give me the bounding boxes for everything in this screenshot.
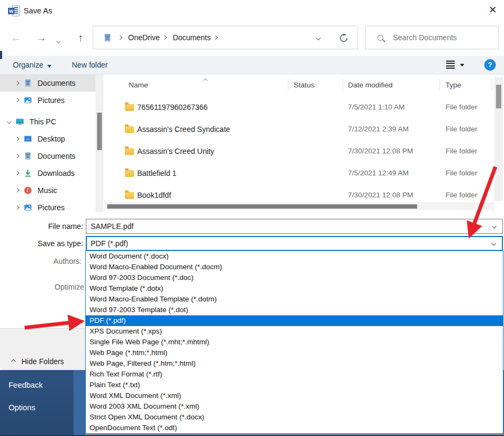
file-type-option[interactable]: Word XML Document (*.xml) [86, 390, 503, 401]
window-title: Save As [24, 0, 52, 21]
file-type-option[interactable]: Word 2003 XML Document (*.xml) [86, 401, 503, 412]
close-icon[interactable]: × [485, 2, 501, 18]
file-list-horizontal-scrollbar-thumb[interactable] [107, 204, 417, 209]
back-button[interactable]: ← [8, 26, 24, 49]
file-type: File folder [446, 125, 477, 133]
recent-locations-chevron-icon[interactable] [57, 35, 60, 45]
file-type-option[interactable]: Word Document (*.docx) [86, 251, 503, 262]
file-date-modified: 7/5/2021 1:10 AM [348, 103, 405, 111]
breadcrumb-separator-icon [118, 35, 122, 40]
file-type-option[interactable]: Web Page (*.htm;*.html) [86, 348, 503, 358]
file-type-option[interactable]: Rich Text Format (*.rtf) [86, 369, 503, 380]
search-input[interactable] [393, 33, 484, 42]
breadcrumb[interactable]: OneDrive Documents [93, 26, 358, 49]
documents-icon [24, 79, 33, 88]
downloads-icon [24, 169, 33, 178]
save-as-type-dropdown-chevron-icon[interactable] [492, 241, 496, 246]
expand-chevron-icon[interactable] [15, 98, 19, 102]
column-header-name[interactable]: Name [129, 81, 148, 89]
sidebar-item-downloads[interactable]: Downloads [0, 165, 95, 182]
expand-chevron-icon[interactable] [15, 81, 19, 85]
file-name: Assassin's Creed Unity [137, 147, 214, 156]
sidebar-item-label: Documents [38, 79, 76, 87]
breadcrumb-item-documents[interactable]: Documents [169, 33, 214, 42]
sidebar-item-music[interactable]: ♪ Music [0, 182, 95, 199]
svg-text:W: W [9, 9, 14, 14]
help-button[interactable]: ? [484, 59, 496, 71]
expand-chevron-icon[interactable] [15, 154, 19, 158]
file-type: File folder [446, 191, 477, 199]
music-icon: ♪ [24, 186, 33, 195]
file-list-horizontal-scrollbar[interactable] [105, 202, 494, 210]
file-type-option[interactable]: Plain Text (*.txt) [86, 380, 503, 390]
forward-button[interactable]: → [33, 26, 49, 49]
file-date-modified: 7/30/2021 12:08 PM [348, 191, 413, 199]
sidebar-item-documents[interactable]: Documents [0, 147, 95, 165]
file-list-vertical-scrollbar[interactable] [494, 77, 503, 201]
backstage-options[interactable]: Options [9, 403, 35, 412]
search-box[interactable] [365, 26, 499, 49]
sidebar-item-this-pc[interactable]: This PC [0, 113, 95, 130]
backstage-feedback[interactable]: Feedback [9, 381, 43, 389]
file-type-option[interactable]: Word 97-2003 Template (*.dot) [86, 305, 503, 315]
file-date-modified: 7/12/2021 2:39 AM [348, 125, 409, 133]
file-type: File folder [446, 147, 477, 155]
file-type-option[interactable]: Strict Open XML Document (*.docx) [86, 412, 503, 423]
documents-icon [24, 152, 33, 161]
file-row[interactable]: Battlefield 1 7/5/2021 12:49 AM File fol… [105, 162, 494, 184]
column-header-type[interactable]: Type [446, 81, 461, 89]
file-name: Battlefield 1 [137, 169, 176, 178]
file-name-combobox[interactable] [86, 219, 503, 234]
location-icon [103, 33, 112, 42]
expand-chevron-icon[interactable] [15, 137, 19, 141]
sidebar-item-pictures[interactable]: Pictures [0, 199, 95, 212]
desktop-icon [24, 135, 33, 144]
view-mode-icon[interactable] [446, 61, 455, 70]
column-divider[interactable] [439, 79, 440, 91]
sidebar-item-desktop[interactable]: Desktop [0, 130, 95, 147]
column-divider[interactable] [343, 79, 343, 91]
column-header-date-modified[interactable]: Date modified [348, 81, 392, 89]
file-row[interactable]: Assassin's Creed Syndicate 7/12/2021 2:3… [105, 119, 494, 141]
save-as-type-combobox[interactable]: PDF (*.pdf) [86, 236, 503, 251]
file-list-vertical-scrollbar-thumb[interactable] [496, 85, 501, 108]
breadcrumb-item-onedrive[interactable]: OneDrive [125, 33, 163, 42]
expand-chevron-icon[interactable] [7, 120, 11, 124]
sidebar-item-documents[interactable]: Documents [0, 75, 95, 92]
sidebar-scrollbar-thumb[interactable] [97, 113, 102, 150]
file-type-option[interactable]: Web Page, Filtered (*.htm;*.html) [86, 358, 503, 369]
file-type-option-selected[interactable]: PDF (*.pdf) [86, 315, 503, 326]
sidebar-item-label: Desktop [38, 135, 65, 143]
column-header-status[interactable]: Status [294, 81, 314, 89]
hide-folders-button[interactable]: Hide Folders [21, 357, 64, 366]
up-button[interactable]: ↑ [72, 26, 88, 49]
refresh-icon[interactable] [339, 33, 349, 45]
file-type: File folder [446, 169, 477, 177]
expand-chevron-icon[interactable] [15, 171, 19, 175]
file-type-option[interactable]: Word Macro-Enabled Template (*.dotm) [86, 294, 503, 305]
sidebar-item-label: Downloads [38, 169, 75, 178]
file-type-option[interactable]: Word Template (*.dotx) [86, 283, 503, 294]
sidebar-scrollbar[interactable] [95, 75, 103, 212]
address-dropdown-chevron-icon[interactable] [316, 36, 321, 40]
file-type-option[interactable]: XPS Document (*.xps) [86, 326, 503, 337]
organize-button[interactable]: Organize [13, 56, 51, 75]
folder-icon [125, 170, 134, 177]
expand-chevron-icon[interactable] [15, 205, 19, 210]
sidebar-item-pictures[interactable]: Pictures [0, 92, 95, 109]
column-divider[interactable] [492, 79, 492, 91]
column-divider[interactable] [288, 79, 288, 91]
file-type-option[interactable]: Word Macro-Enabled Document (*.docm) [86, 262, 503, 272]
file-name-dropdown-chevron-icon[interactable] [492, 224, 496, 228]
file-type-option[interactable]: Single File Web Page (*.mht;*.mhtml) [86, 337, 503, 348]
file-row[interactable]: 76561197960267366 7/5/2021 1:10 AM File … [105, 97, 494, 119]
expand-chevron-icon[interactable] [15, 188, 19, 193]
folder-icon [125, 104, 134, 111]
file-row[interactable]: Assassin's Creed Unity 7/30/2021 12:08 P… [105, 141, 494, 162]
file-type-option[interactable]: OpenDocument Text (*.odt) [86, 423, 503, 433]
new-folder-button[interactable]: New folder [72, 56, 108, 75]
organize-dropdown-icon [47, 65, 51, 68]
file-name-input[interactable] [86, 219, 472, 233]
file-type-option[interactable]: Word 97-2003 Document (*.doc) [86, 272, 503, 283]
view-dropdown-chevron-icon[interactable] [460, 64, 464, 66]
